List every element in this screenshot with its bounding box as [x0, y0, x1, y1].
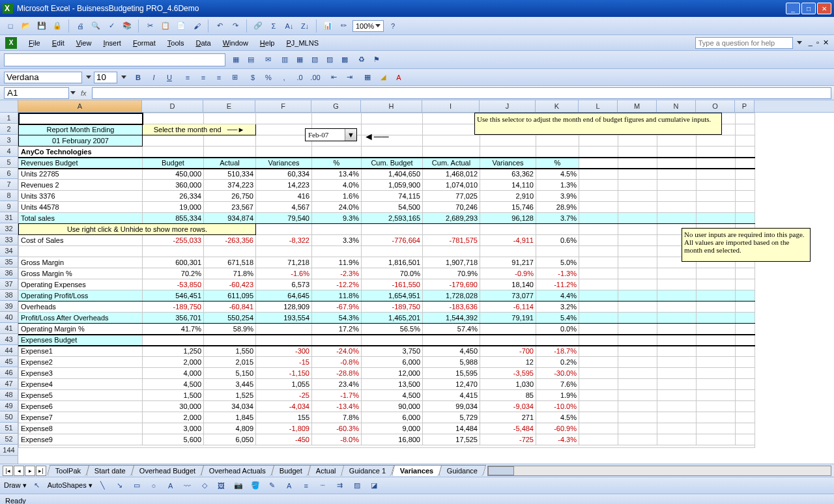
- cells-area[interactable]: Report Month EndingSelect the month end …: [18, 113, 755, 448]
- row-header-31[interactable]: 31: [0, 212, 18, 223]
- col-header-F[interactable]: F: [255, 100, 311, 112]
- menu-edit[interactable]: Edit: [47, 38, 70, 48]
- border-icon-3[interactable]: ▧: [308, 53, 321, 66]
- line-style-icon[interactable]: ≡: [300, 479, 313, 492]
- line-icon[interactable]: ╲: [96, 479, 109, 492]
- row-header-6[interactable]: 6: [0, 168, 18, 179]
- borders-icon[interactable]: ▦: [361, 71, 374, 84]
- row-header-37[interactable]: 37: [0, 279, 18, 290]
- horizontal-scrollbar[interactable]: [487, 466, 831, 476]
- help-icon[interactable]: ?: [386, 20, 399, 33]
- menu-data[interactable]: Data: [190, 38, 216, 48]
- border-icon-4[interactable]: ▨: [323, 53, 336, 66]
- row-header-45[interactable]: 45: [0, 356, 18, 367]
- dash-style-icon[interactable]: ┈: [317, 479, 330, 492]
- dropdown-arrow-icon[interactable]: ▼: [345, 129, 356, 141]
- col-header-D[interactable]: D: [142, 100, 203, 112]
- col-header-H[interactable]: H: [361, 100, 422, 112]
- underline-button[interactable]: U: [163, 71, 176, 84]
- row-header-47[interactable]: 47: [0, 378, 18, 389]
- align-left-icon[interactable]: ≡: [181, 71, 194, 84]
- row-header-41[interactable]: 41: [0, 323, 18, 334]
- col-header-N[interactable]: N: [657, 100, 696, 112]
- row-header-8[interactable]: 8: [0, 190, 18, 201]
- italic-button[interactable]: I: [147, 71, 160, 84]
- menu-file[interactable]: File: [23, 38, 46, 48]
- minimize-button[interactable]: _: [786, 3, 800, 14]
- menu-insert[interactable]: Insert: [98, 38, 126, 48]
- sheet-tab-actual[interactable]: Actual: [308, 465, 345, 476]
- picture-icon[interactable]: 📷: [232, 479, 245, 492]
- print-icon[interactable]: 🖨: [74, 20, 87, 33]
- drawing-icon[interactable]: ✏: [337, 20, 350, 33]
- row-header-144[interactable]: 144: [0, 445, 18, 456]
- row-header-4[interactable]: 4: [0, 146, 18, 157]
- zoom-selector[interactable]: 100%: [352, 20, 384, 32]
- border-icon-1[interactable]: ▥: [278, 53, 291, 66]
- row-header-5[interactable]: 5: [0, 157, 18, 168]
- fill-color-draw-icon[interactable]: 🪣: [249, 479, 262, 492]
- row-header-43[interactable]: 43: [0, 334, 18, 345]
- name-box[interactable]: [4, 87, 69, 99]
- col-header-E[interactable]: E: [203, 100, 255, 112]
- row-header-7[interactable]: 7: [0, 179, 18, 190]
- col-header-I[interactable]: I: [422, 100, 480, 112]
- row-header-9[interactable]: 9: [0, 201, 18, 212]
- sheet-tab-overhead-actuals[interactable]: Overhead Actuals: [201, 465, 274, 476]
- row-header-35[interactable]: 35: [0, 257, 18, 268]
- row-header-52[interactable]: 52: [0, 434, 18, 445]
- menu-window[interactable]: Window: [218, 38, 253, 48]
- row-header-49[interactable]: 49: [0, 400, 18, 412]
- col-header-G[interactable]: G: [311, 100, 361, 112]
- border-icon-5[interactable]: ▩: [338, 53, 351, 66]
- row-header-32[interactable]: 32: [0, 223, 18, 234]
- menu-help[interactable]: Help: [255, 38, 280, 48]
- font-color-icon[interactable]: A: [392, 71, 405, 84]
- select-all-corner[interactable]: [0, 100, 18, 112]
- border-icon-2[interactable]: ▦: [293, 53, 306, 66]
- 3d-icon[interactable]: ◪: [367, 479, 381, 492]
- sheet-tab-start-date[interactable]: Start date: [86, 465, 134, 476]
- close-button[interactable]: ✕: [817, 3, 831, 14]
- diagram-icon[interactable]: ◇: [198, 479, 211, 492]
- col-header-O[interactable]: O: [696, 100, 735, 112]
- align-right-icon[interactable]: ≡: [212, 71, 225, 84]
- tab-prev-icon[interactable]: ◂: [14, 466, 24, 476]
- col-header-P[interactable]: P: [735, 100, 755, 112]
- rectangle-icon[interactable]: ▭: [130, 479, 143, 492]
- sheet-tab-budget[interactable]: Budget: [271, 465, 311, 476]
- fill-color-icon[interactable]: ◢: [377, 71, 390, 84]
- row-header-36[interactable]: 36: [0, 268, 18, 279]
- font-size-selector[interactable]: [94, 72, 117, 83]
- select-objects-icon[interactable]: ↖: [31, 479, 44, 492]
- row-header-34[interactable]: 34: [0, 245, 18, 257]
- shadow-icon[interactable]: ▨: [351, 479, 364, 492]
- line-color-icon[interactable]: ✎: [266, 479, 279, 492]
- sort-desc-icon[interactable]: Z↓: [298, 20, 311, 33]
- sheet-tab-variances[interactable]: Variances: [391, 465, 442, 476]
- row-header-38[interactable]: 38: [0, 290, 18, 301]
- row-header-40[interactable]: 40: [0, 312, 18, 323]
- tool-icon-2[interactable]: ▤: [244, 53, 257, 66]
- col-header-M[interactable]: M: [618, 100, 657, 112]
- permission-icon[interactable]: 🔒: [51, 20, 64, 33]
- sheet-tab-guidance-1[interactable]: Guidance 1: [341, 465, 395, 476]
- comma-icon[interactable]: ,: [278, 71, 291, 84]
- row-header-46[interactable]: 46: [0, 367, 18, 378]
- col-header-L[interactable]: L: [579, 100, 618, 112]
- font-color-draw-icon[interactable]: A: [283, 479, 296, 492]
- bold-button[interactable]: B: [132, 71, 145, 84]
- flag-icon[interactable]: ⚑: [370, 53, 383, 66]
- col-header-J[interactable]: J: [480, 100, 536, 112]
- row-header-33[interactable]: 33: [0, 234, 18, 245]
- arrow-style-icon[interactable]: ⇉: [334, 479, 347, 492]
- sheet-tab-toolpak[interactable]: ToolPak: [47, 465, 90, 476]
- sheet-tab-guidance[interactable]: Guidance: [439, 465, 487, 476]
- row-header-3[interactable]: 3: [0, 135, 18, 146]
- merge-icon[interactable]: ⊞: [228, 71, 241, 84]
- open-icon[interactable]: 📂: [20, 20, 33, 33]
- currency-icon[interactable]: $: [246, 71, 259, 84]
- oval-icon[interactable]: ○: [147, 479, 160, 492]
- cut-icon[interactable]: ✂: [143, 20, 156, 33]
- new-icon[interactable]: □: [4, 20, 17, 33]
